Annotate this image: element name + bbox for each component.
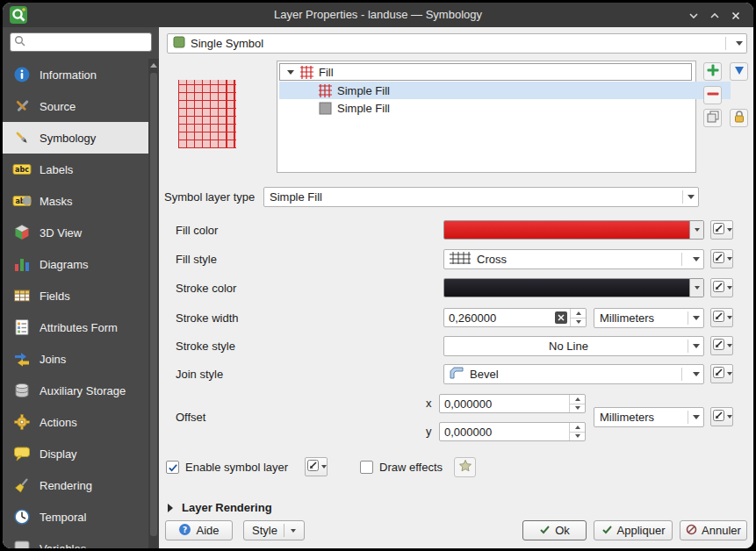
apply-button[interactable]: Appliquer [594, 520, 673, 540]
stroke-color-override-button[interactable] [710, 278, 733, 297]
symbol-layer-type-combo[interactable]: Simple Fill [263, 187, 699, 207]
stroke-width-unit-combo[interactable]: Millimeters [594, 308, 704, 328]
draw-effects-checkbox[interactable] [360, 461, 373, 474]
sidebar-item-masks[interactable]: ab Masks [3, 185, 148, 217]
data-defined-override-icon [712, 310, 725, 326]
labels-icon: abc [11, 160, 32, 179]
style-menu-button[interactable]: Style [243, 520, 305, 540]
spin-down-button[interactable] [571, 318, 586, 327]
ok-button[interactable]: Ok [522, 520, 587, 540]
spinner[interactable] [569, 395, 585, 412]
stroke-width-spinbox[interactable] [443, 308, 587, 327]
offset-x-spinbox[interactable] [439, 394, 586, 413]
offset-y-input[interactable] [440, 426, 569, 439]
sidebar-item-actions[interactable]: Actions [3, 406, 148, 438]
symbol-layer-tree[interactable]: Fill Simple Fill Simple Fill [277, 61, 696, 173]
sidebar-item-3d-view[interactable]: 3D View [3, 217, 148, 248]
search-input[interactable] [29, 35, 148, 49]
tree-row-simple-fill-2[interactable]: Simple Fill [279, 99, 731, 117]
enable-layer-override-button[interactable] [305, 457, 328, 476]
stroke-color-button[interactable] [443, 278, 704, 297]
chevron-down-icon [683, 195, 698, 199]
expand-arrow-icon[interactable] [287, 70, 294, 75]
minimize-button[interactable] [685, 9, 702, 23]
spin-down-button[interactable] [570, 404, 585, 413]
sidebar-item-labels[interactable]: abc Labels [3, 154, 148, 185]
add-symbol-layer-button[interactable] [703, 62, 722, 81]
symbology-panel: Single Symbol Fill Simple Fill Simple Fi… [159, 27, 753, 548]
spin-down-button[interactable] [570, 432, 585, 441]
offset-x-input[interactable] [440, 397, 569, 411]
sidebar-item-symbology[interactable]: Symbology [3, 122, 148, 154]
effects-options-button[interactable] [454, 457, 476, 477]
sidebar-item-label: Source [40, 100, 76, 113]
spinner[interactable] [569, 423, 585, 440]
help-button[interactable]: ? Aide [165, 520, 233, 540]
stroke-style-combo[interactable]: No Line [443, 336, 704, 356]
remove-symbol-layer-button[interactable] [703, 86, 722, 104]
sidebar-search[interactable] [10, 32, 152, 52]
fill-style-value: Cross [477, 253, 507, 266]
sidebar-item-variables[interactable]: Variables [3, 533, 148, 548]
stroke-style-override-button[interactable] [710, 336, 733, 355]
move-down-button[interactable] [730, 62, 748, 81]
data-defined-override-icon [306, 459, 320, 476]
sidebar-item-auxiliary-storage[interactable]: Auxiliary Storage [3, 375, 148, 406]
tree-row-fill[interactable]: Fill [279, 63, 692, 81]
spinner[interactable] [570, 309, 586, 326]
search-icon [14, 34, 25, 50]
sidebar-item-rendering[interactable]: Rendering [3, 469, 148, 501]
fill-style-label: Fill style [176, 253, 217, 266]
tree-row-simple-fill-1[interactable]: Simple Fill [279, 82, 731, 99]
sidebar-item-information[interactable]: Information [3, 59, 148, 90]
join-style-combo[interactable]: Bevel [443, 364, 704, 384]
clear-value-icon[interactable] [555, 311, 567, 324]
fill-color-button[interactable] [443, 220, 704, 240]
scrollbar-up-arrow[interactable] [148, 59, 159, 71]
sidebar-item-source[interactable]: Source [3, 90, 148, 122]
offset-override-button[interactable] [710, 407, 733, 426]
stroke-width-override-button[interactable] [710, 308, 733, 327]
scrollbar-thumb[interactable] [150, 73, 157, 536]
tree-row-label: Simple Fill [337, 84, 390, 97]
enable-symbol-layer-checkbox[interactable] [166, 461, 179, 474]
rendering-icon [11, 476, 32, 495]
collapse-arrow-icon[interactable] [168, 504, 173, 512]
chevron-down-icon [688, 344, 703, 348]
cancel-button[interactable]: Annuler [680, 520, 747, 540]
stroke-width-input[interactable] [444, 311, 555, 325]
duplicate-symbol-layer-button[interactable] [703, 109, 722, 127]
sidebar-item-label: Joins [40, 353, 66, 366]
maximize-button[interactable] [706, 9, 724, 23]
chevron-down-icon[interactable] [689, 279, 703, 297]
spin-up-button[interactable] [571, 309, 586, 318]
join-style-override-button[interactable] [710, 364, 733, 383]
stroke-style-value: No Line [450, 340, 688, 353]
sidebar-item-temporal[interactable]: Temporal [3, 501, 148, 533]
sidebar-item-label: Auxiliary Storage [40, 384, 126, 397]
fill-color-override-button[interactable] [710, 220, 733, 240]
spin-up-button[interactable] [570, 423, 585, 432]
auxiliary-storage-icon [11, 381, 32, 400]
sidebar-item-diagrams[interactable]: Diagrams [3, 248, 148, 280]
fill-style-combo[interactable]: Cross [443, 249, 704, 269]
offset-y-spinbox[interactable] [439, 422, 586, 441]
titlebar[interactable]: Layer Properties - landuse — Symbology [3, 3, 753, 27]
chevron-down-icon[interactable] [689, 221, 703, 239]
attributes-form-icon [11, 318, 32, 337]
offset-unit-combo[interactable]: Millimeters [594, 407, 704, 427]
sidebar-item-joins[interactable]: Joins [3, 343, 148, 375]
sidebar-item-label: 3D View [40, 226, 82, 240]
sidebar-scrollbar[interactable] [148, 59, 159, 548]
actions-icon [11, 412, 32, 432]
renderer-combo[interactable]: Single Symbol [167, 33, 747, 54]
sidebar-item-display[interactable]: Display [3, 438, 148, 469]
spin-up-button[interactable] [570, 395, 585, 404]
close-button[interactable] [727, 9, 745, 23]
sidebar-item-attributes-form[interactable]: Attributes Form [3, 311, 148, 343]
cancel-icon [686, 524, 697, 538]
lock-color-button[interactable] [730, 109, 748, 127]
sidebar-item-fields[interactable]: Fields [3, 280, 148, 311]
fill-style-override-button[interactable] [710, 249, 733, 268]
layer-rendering-header[interactable]: Layer Rendering [182, 501, 272, 514]
